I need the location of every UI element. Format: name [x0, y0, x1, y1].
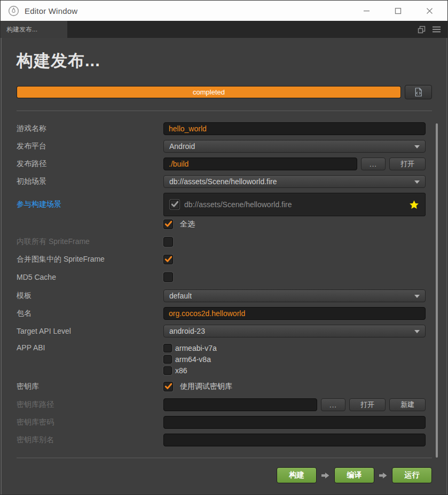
compile-button[interactable]: 编译: [334, 467, 374, 483]
keystore-path-new-button[interactable]: 新建: [389, 398, 426, 411]
open-build-log-button[interactable]: [405, 85, 432, 99]
form-row-scenes: 参与构建场景 db://assets/Scene/helloworld.fire: [17, 193, 432, 216]
close-button[interactable]: [421, 3, 437, 19]
keystore-path-label: 密钥库路径: [17, 400, 163, 410]
merge-spriteframe-label: 合并图集中的 SpriteFrame: [17, 255, 163, 264]
build-button[interactable]: 构建: [277, 467, 317, 483]
menu-icon: [433, 26, 441, 33]
form-row-app-abi: APP ABI armeabi-v7a: [17, 342, 432, 376]
keystore-password-input[interactable]: [163, 416, 426, 429]
caret-down-icon: [414, 295, 420, 298]
form-row-platform: 发布平台 Android: [17, 140, 432, 153]
build-path-browse-button[interactable]: ...: [361, 158, 386, 170]
inline-spriteframe-checkbox[interactable]: [163, 237, 173, 247]
form-row-start-scene: 初始场景 db://assets/Scene/helloworld.fire: [17, 175, 432, 188]
form-row-inline-spriteframe: 内联所有 SpriteFrame: [17, 237, 432, 247]
progress-fill: completed: [17, 87, 400, 98]
md5-cache-checkbox[interactable]: [163, 272, 173, 282]
keystore-alias-input[interactable]: [163, 434, 426, 446]
build-panel: 构建发布... completed: [1, 38, 447, 494]
abi-option-x86: x86: [163, 365, 217, 376]
app-abi-label: APP ABI: [17, 342, 163, 352]
form-row-build-path: 发布路径 ... 打开: [17, 158, 432, 170]
build-progress-bar: completed: [17, 86, 401, 98]
top-divider: [17, 111, 432, 111]
form-row-keystore: 密钥库 使用调试密钥库: [17, 381, 432, 392]
titlebar: Editor Window: [1, 1, 447, 21]
platform-label: 发布平台: [17, 142, 163, 151]
tab-build-release[interactable]: 构建发布...: [1, 21, 67, 38]
editor-window: Editor Window 构建发布...: [0, 0, 448, 495]
build-path-input[interactable]: [163, 158, 357, 170]
abi-x86-checkbox[interactable]: [163, 366, 172, 375]
keystore-password-label: 密钥库密码: [17, 418, 163, 427]
log-file-icon: [414, 88, 422, 97]
scene-list: db://assets/Scene/helloworld.fire: [163, 193, 426, 216]
form-row-package-name: 包名: [17, 307, 432, 320]
star-icon: [409, 200, 419, 210]
inline-spriteframe-label: 内联所有 SpriteFrame: [17, 237, 163, 247]
build-settings-form: 游戏名称 发布平台 Android: [17, 122, 432, 446]
form-row-select-all: 全选: [17, 219, 432, 230]
run-button[interactable]: 运行: [392, 467, 432, 483]
start-scene-label: 初始场景: [17, 177, 163, 186]
panel-menu-button[interactable]: [433, 26, 441, 33]
popout-window-button[interactable]: [418, 26, 426, 34]
md5-cache-label: MD5 Cache: [17, 273, 163, 281]
api-level-select[interactable]: android-23: [163, 325, 426, 337]
build-path-open-button[interactable]: 打开: [389, 158, 426, 170]
form-row-template: 模板 default: [17, 289, 432, 302]
maximize-icon: [395, 7, 402, 14]
template-select[interactable]: default: [163, 289, 426, 302]
page-title: 构建发布...: [17, 50, 432, 72]
use-debug-keystore-checkbox[interactable]: [163, 382, 173, 391]
abi-option-arm64-v8a: arm64-v8a: [163, 353, 217, 365]
caret-down-icon: [414, 330, 420, 333]
game-name-label: 游戏名称: [17, 124, 163, 133]
form-row-merge-spriteframe: 合并图集中的 SpriteFrame: [17, 254, 432, 265]
scene-item-path: db://assets/Scene/helloworld.fire: [184, 200, 292, 209]
form-row-keystore-path: 密钥库路径 ... 打开 新建: [17, 398, 432, 411]
window-title: Editor Window: [25, 6, 77, 15]
build-path-label: 发布路径: [17, 159, 163, 169]
template-label: 模板: [17, 291, 163, 301]
window-controls: [343, 3, 437, 19]
arrow-right-icon: [379, 472, 387, 479]
abi-arm64-v8a-checkbox[interactable]: [163, 355, 172, 364]
game-name-input[interactable]: [163, 122, 426, 135]
cocos-logo-icon: [8, 5, 19, 17]
keystore-path-input[interactable]: [163, 398, 317, 411]
start-scene-select[interactable]: db://assets/Scene/helloworld.fire: [163, 175, 426, 188]
form-row-game-name: 游戏名称: [17, 122, 432, 135]
keystore-path-open-button[interactable]: 打开: [349, 398, 386, 411]
keystore-path-browse-button[interactable]: ...: [321, 398, 345, 411]
select-all-label: 全选: [180, 219, 195, 229]
use-debug-keystore-label: 使用调试密钥库: [180, 382, 232, 391]
platform-select[interactable]: Android: [163, 140, 426, 153]
minimize-icon: [363, 7, 370, 14]
footer-divider: [17, 458, 432, 458]
caret-down-icon: [414, 145, 420, 148]
package-name-input[interactable]: [163, 307, 426, 320]
close-icon: [426, 7, 433, 14]
form-row-keystore-password: 密钥库密码: [17, 416, 432, 429]
scene-item-checkbox[interactable]: [170, 200, 179, 209]
arrow-right-icon: [321, 472, 329, 479]
keystore-alias-label: 密钥库别名: [17, 435, 163, 445]
form-row-keystore-alias: 密钥库别名: [17, 434, 432, 446]
select-all-checkbox[interactable]: [163, 219, 173, 229]
caret-down-icon: [414, 180, 420, 184]
merge-spriteframe-checkbox[interactable]: [163, 255, 173, 264]
minimize-button[interactable]: [358, 3, 374, 19]
scenes-label: 参与构建场景: [17, 193, 163, 209]
maximize-button[interactable]: [390, 3, 406, 19]
form-row-md5-cache: MD5 Cache: [17, 272, 432, 282]
popout-window-icon: [418, 26, 426, 34]
vertical-scrollbar[interactable]: [436, 123, 438, 458]
abi-armeabi-v7a-checkbox[interactable]: [163, 344, 172, 352]
editor-chrome: 构建发布... 构建发布...: [1, 21, 447, 494]
api-level-label: Target API Level: [17, 327, 163, 335]
package-name-label: 包名: [17, 309, 163, 318]
keystore-label: 密钥库: [17, 382, 163, 391]
footer: 构建 编译 运行: [17, 458, 432, 494]
